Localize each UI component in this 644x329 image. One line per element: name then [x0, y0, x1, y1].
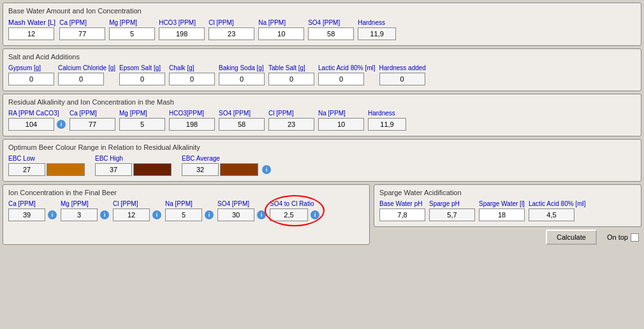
ebc-avg-swatch [220, 163, 258, 176]
na-ppm-input[interactable] [258, 27, 304, 40]
lactic-acid-input[interactable] [318, 73, 364, 85]
ra-hco3-input[interactable] [169, 118, 215, 131]
field-ebc-avg: EBC Average i [182, 155, 271, 176]
field-ra-hco3: HCO3[PPM] [169, 110, 215, 131]
epsom-salt-input[interactable] [119, 73, 165, 85]
epsom-salt-label: Epsom Salt [g] [119, 64, 165, 71]
ra-so4-input[interactable] [219, 118, 265, 131]
ra-ppm-label: RA [PPM CaCO3] [8, 110, 66, 117]
field-so4-ppm: SO4 [PPM] [308, 19, 354, 40]
cl-ppm-input[interactable] [209, 27, 254, 40]
ion-na-label: Na [PPM] [165, 200, 214, 207]
ion-cl-input[interactable] [113, 208, 150, 221]
field-ion-ca: Ca [PPM] i [8, 200, 57, 221]
ebc-high-input[interactable] [95, 163, 132, 176]
ra-so4-label: SO4 [PPM] [219, 110, 265, 117]
sparge-water-fields: Base Water pH Sparge pH Sparge Water [l]… [379, 200, 636, 221]
residual-alkalinity-section: Residual Alkalinity and Ion Concentratio… [3, 94, 641, 136]
ion-final-beer-fields: Ca [PPM] i Mg [PPM] i Cl [PPM] [8, 200, 364, 221]
field-ion-cl: Cl [PPM] i [113, 200, 161, 221]
field-gypsum: Gypsum [g] [8, 64, 54, 85]
field-ca-ppm: Ca [PPM] [59, 19, 105, 40]
table-salt-input[interactable] [268, 73, 314, 85]
ra-cl-input[interactable] [268, 118, 314, 131]
field-ra-cl: Cl [PPM] [268, 110, 314, 131]
ebc-avg-input[interactable] [182, 163, 219, 176]
gypsum-input[interactable] [8, 73, 54, 85]
on-top-checkbox[interactable] [631, 233, 639, 242]
ion-cl-info-icon[interactable]: i [152, 210, 161, 219]
table-salt-label: Table Salt [g] [268, 64, 314, 71]
base-water-ph-label: Base Water pH [379, 200, 425, 207]
field-baking-soda: Baking Soda [g] [219, 64, 265, 85]
ion-ca-input[interactable] [8, 208, 45, 221]
so4-ppm-input[interactable] [308, 27, 354, 40]
field-ebc-low: EBC Low [8, 155, 85, 176]
field-hardness: Hardness [358, 19, 396, 40]
sparge-ph-input[interactable] [429, 208, 475, 221]
ion-na-input[interactable] [165, 208, 202, 221]
ebc-low-input[interactable] [8, 163, 45, 176]
ra-mg-input[interactable] [119, 118, 165, 131]
field-table-salt: Table Salt [g] [268, 64, 314, 85]
calculate-button[interactable]: Calculate [546, 230, 597, 245]
field-mash-water: Mash Water [L] [8, 18, 55, 40]
calcium-chloride-input[interactable] [58, 73, 104, 85]
ca-ppm-input[interactable] [59, 27, 105, 40]
field-lactic-acid: Lactic Acid 80% [ml] [318, 64, 375, 85]
mash-water-label: Mash Water [L] [8, 18, 55, 26]
ion-mg-info-icon[interactable]: i [100, 210, 109, 219]
ion-mg-row: i [61, 208, 109, 221]
mash-water-input[interactable] [8, 27, 54, 40]
field-hco3-ppm: HCO3 [PPM] [159, 19, 205, 40]
sparge-lactic-acid-input[interactable] [529, 208, 574, 221]
field-sparge-water-l: Sparge Water [l] [479, 200, 525, 221]
ion-so4-info-icon[interactable]: i [257, 210, 266, 219]
hardness-input[interactable] [358, 27, 396, 40]
ca-ppm-label: Ca [PPM] [59, 19, 105, 26]
ion-mg-label: Mg [PPM] [61, 200, 109, 207]
field-epsom-salt: Epsom Salt [g] [119, 64, 165, 85]
base-water-section: Base Water Amount and Ion Concentration … [3, 3, 641, 46]
baking-soda-label: Baking Soda [g] [219, 64, 265, 71]
ion-mg-input[interactable] [61, 208, 98, 221]
ebc-avg-row: i [182, 163, 271, 176]
field-ra-so4: SO4 [PPM] [219, 110, 265, 131]
base-water-ph-input[interactable] [379, 208, 425, 221]
so4-ci-ratio-input[interactable] [270, 208, 308, 221]
ra-na-label: Na [PPM] [318, 110, 364, 117]
hco3-ppm-input[interactable] [159, 27, 205, 40]
sparge-water-l-input[interactable] [479, 208, 525, 221]
hardness-label: Hardness [358, 19, 396, 26]
na-ppm-label: Na [PPM] [258, 19, 304, 26]
ebc-low-row [8, 163, 85, 176]
ion-cl-row: i [113, 208, 161, 221]
ion-so4-input[interactable] [217, 208, 254, 221]
so4-ci-ratio-info-icon[interactable]: i [311, 210, 319, 219]
ra-ppm-input[interactable] [8, 118, 54, 131]
ra-ca-input[interactable] [70, 118, 115, 131]
mg-ppm-input[interactable] [109, 27, 155, 40]
so4-ci-ratio-label: SO4 to Cl Ratio [270, 200, 319, 207]
baking-soda-input[interactable] [219, 73, 265, 85]
field-ra-mg: Mg [PPM] [119, 110, 165, 131]
ion-ca-row: i [8, 208, 57, 221]
field-chalk: Chalk [g] [169, 64, 215, 85]
optimum-beer-fields: EBC Low EBC High EBC Average i [8, 155, 636, 176]
field-ion-na: Na [PPM] i [165, 200, 214, 221]
ion-final-beer-section: Ion Concentration in the Final Beer Ca [… [3, 184, 370, 245]
hardness-added-input[interactable] [379, 73, 425, 85]
chalk-input[interactable] [169, 73, 215, 85]
ra-cl-label: Cl [PPM] [268, 110, 314, 117]
ion-ca-info-icon[interactable]: i [48, 210, 57, 219]
sparge-ph-label: Sparge pH [429, 200, 475, 207]
ion-na-info-icon[interactable]: i [205, 210, 214, 219]
ra-hardness-label: Hardness [368, 110, 406, 117]
optimum-beer-title: Optimum Beer Colour Range in Relation to… [8, 143, 636, 151]
ra-hardness-input[interactable] [368, 118, 406, 131]
ra-ppm-info-icon[interactable]: i [57, 120, 66, 129]
bottom-row: Ion Concentration in the Final Beer Ca [… [3, 184, 641, 245]
ion-cl-label: Cl [PPM] [113, 200, 161, 207]
ebc-info-icon[interactable]: i [262, 165, 271, 174]
ra-na-input[interactable] [318, 118, 364, 131]
